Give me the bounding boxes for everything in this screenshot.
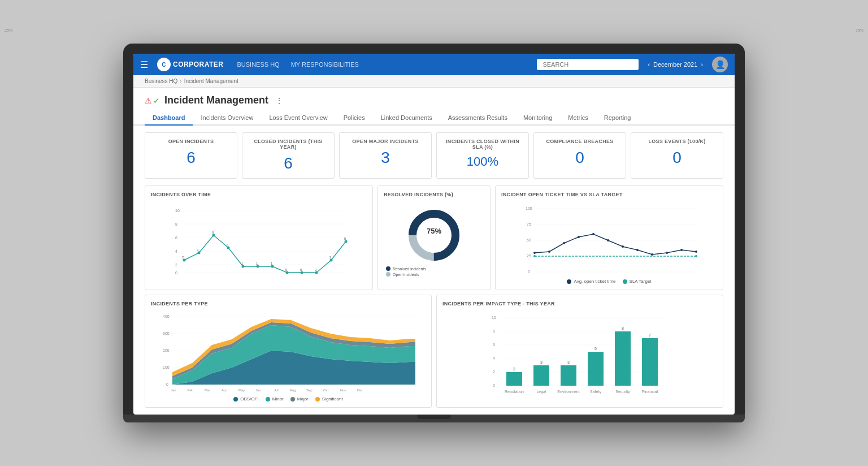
bar-safety — [588, 352, 604, 386]
svg-point-22 — [330, 259, 333, 262]
kpi-compliance: COMPLIANCE BREACHES 0 — [533, 132, 626, 179]
tab-monitoring[interactable]: Monitoring — [515, 111, 560, 126]
svg-text:Mar: Mar — [205, 389, 210, 392]
kpi-sla-value: 100% — [444, 154, 522, 169]
svg-text:Nov: Nov — [340, 389, 346, 392]
resolved-label: Resolved incidents — [393, 267, 426, 271]
legend-significant: Significant — [315, 396, 343, 402]
search-input[interactable] — [537, 59, 639, 70]
kpi-open-incidents-label: OPEN INCIDENTS — [152, 139, 230, 144]
svg-text:6: 6 — [212, 231, 214, 234]
svg-text:8: 8 — [493, 329, 495, 333]
tab-linked-docs[interactable]: Linked Documents — [373, 111, 440, 126]
resolved-incidents-svg: 75% — [403, 204, 465, 266]
prev-month-icon[interactable]: ‹ — [648, 61, 650, 68]
svg-text:4: 4 — [227, 243, 229, 247]
svg-text:0: 0 — [493, 383, 495, 387]
kpi-open-major-label: OPEN MAJOR INCIDENTS — [346, 139, 424, 144]
kpi-sla: INCIDENTS CLOSED WITHIN SLA (%) 100% — [436, 132, 529, 179]
sla-chart-title: INCIDENT OPEN TICKET TIME VS SLA TARGET — [501, 192, 717, 197]
svg-text:4: 4 — [175, 249, 177, 253]
svg-text:Sep: Sep — [306, 389, 313, 392]
svg-text:75: 75 — [527, 222, 531, 226]
kpi-loss-events: LOSS EVENTS (100/K) 0 — [631, 132, 723, 179]
legend-avg: Avg. open ticket time — [567, 279, 615, 284]
open-label: Open incidents — [393, 273, 419, 277]
legend-significant-label: Significant — [322, 396, 343, 402]
svg-text:10: 10 — [175, 209, 180, 213]
svg-point-68 — [622, 245, 624, 248]
page-icons: ⚠ ✓ — [145, 96, 160, 105]
svg-text:3: 3 — [567, 360, 570, 364]
svg-text:Jul: Jul — [274, 389, 279, 392]
svg-text:8: 8 — [175, 222, 177, 226]
svg-text:Legal: Legal — [536, 390, 546, 394]
svg-text:2: 2 — [175, 263, 177, 267]
bottom-row: INCIDENTS PER TYPE 400 300 200 100 0 — [133, 295, 735, 415]
svg-point-20 — [301, 271, 303, 274]
svg-text:0: 0 — [285, 268, 288, 271]
kpi-open-incidents-value: 6 — [152, 149, 230, 167]
svg-point-73 — [695, 251, 697, 253]
kpi-row: OPEN INCIDENTS 6 CLOSED INCIDENTS (THIS … — [133, 126, 735, 185]
kpi-compliance-label: COMPLIANCE BREACHES — [541, 139, 619, 144]
svg-point-66 — [592, 233, 594, 235]
legend-sla: SLA Target — [623, 279, 652, 284]
svg-point-64 — [563, 242, 565, 244]
kpi-open-major: OPEN MAJOR INCIDENTS 3 — [339, 132, 432, 179]
svg-text:2: 2 — [182, 256, 184, 259]
tab-policies[interactable]: Policies — [336, 111, 373, 126]
legend-major: Major — [290, 396, 309, 402]
laptop-frame: ☰ C CORPORATER BUSINESS HQ MY RESPONSIBI… — [123, 44, 745, 422]
hamburger-icon[interactable]: ☰ — [140, 59, 148, 70]
logo-area: C CORPORATER — [157, 58, 223, 71]
resolved-legend-item: Resolved incidents — [386, 266, 426, 271]
open-legend-item: Open incidents — [386, 272, 426, 277]
incidents-per-impact-svg: 10 8 6 4 2 0 — [442, 311, 717, 399]
nav-my-responsibilities[interactable]: MY RESPONSIBILITIES — [291, 61, 359, 68]
sla-svg: 100 75 50 25 0 — [501, 202, 717, 275]
tab-incidents-overview[interactable]: Incidents Overview — [193, 111, 261, 126]
legend-minor-label: Minor — [272, 396, 284, 402]
nav-business-hq[interactable]: BUSINESS HQ — [237, 61, 279, 68]
avatar[interactable]: 👤 — [712, 57, 728, 72]
svg-text:6: 6 — [493, 343, 495, 347]
svg-text:2: 2 — [329, 256, 332, 259]
bar-security — [615, 331, 631, 386]
next-month-icon[interactable]: › — [701, 61, 703, 68]
bar-reputation — [506, 372, 522, 386]
svg-text:6: 6 — [175, 236, 177, 240]
incidents-over-time-title: INCIDENTS OVER TIME — [151, 192, 367, 197]
more-options-icon[interactable]: ⋮ — [275, 96, 283, 105]
svg-text:5: 5 — [594, 347, 597, 351]
svg-text:2: 2 — [513, 367, 515, 371]
incidents-per-type-chart: INCIDENTS PER TYPE 400 300 200 100 0 — [145, 295, 432, 408]
tab-assessments[interactable]: Assessments Results — [440, 111, 515, 126]
breadcrumb-home[interactable]: Business HQ — [145, 78, 177, 84]
svg-point-21 — [315, 271, 318, 274]
svg-point-67 — [607, 239, 609, 241]
kpi-closed-incidents-value: 6 — [249, 154, 327, 172]
svg-text:Reputation: Reputation — [505, 390, 524, 394]
tab-metrics[interactable]: Metrics — [560, 111, 596, 126]
incidents-over-time-chart: INCIDENTS OVER TIME 10 8 6 4 2 0 — [145, 185, 373, 290]
legend-sla-label: SLA Target — [630, 279, 652, 284]
svg-point-75 — [695, 255, 697, 257]
svg-point-70 — [651, 253, 653, 256]
svg-text:Apr: Apr — [222, 389, 227, 392]
svg-text:3: 3 — [540, 360, 542, 364]
tab-dashboard[interactable]: Dashboard — [145, 111, 193, 126]
sla-chart: INCIDENT OPEN TICKET TIME VS SLA TARGET … — [495, 185, 723, 290]
per-type-legend: OBS/OFI Minor Major Significant — [151, 396, 426, 402]
tab-reporting[interactable]: Reporting — [596, 111, 639, 126]
svg-point-16 — [242, 265, 245, 268]
svg-text:Oct: Oct — [323, 389, 329, 392]
legend-obs-label: OBS/OFI — [240, 396, 258, 402]
tabs: Dashboard Incidents Overview Loss Event … — [133, 111, 735, 126]
incidents-per-impact-chart: INCIDENTS PER IMPACT TYPE - THIS YEAR 10… — [436, 295, 723, 408]
tab-loss-event[interactable]: Loss Event Overview — [261, 111, 335, 126]
incidents-per-type-title: INCIDENTS PER TYPE — [151, 301, 426, 307]
svg-text:May: May — [238, 389, 245, 392]
resolved-incidents-chart: RESOLVED INCIDENTS (%) 75% — [377, 185, 491, 290]
svg-text:4: 4 — [493, 356, 495, 360]
